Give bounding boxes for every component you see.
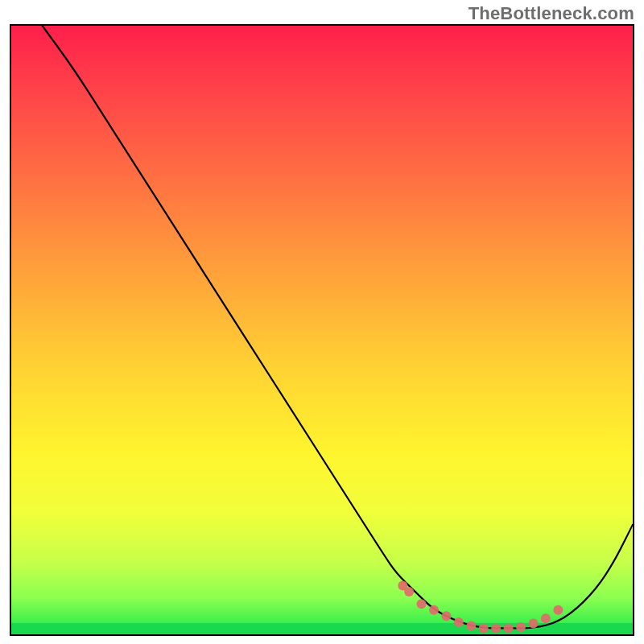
scatter-dot [491, 623, 501, 633]
scatter-dot [479, 623, 489, 633]
scatter-dot [541, 613, 551, 623]
scatter-dot [553, 605, 563, 615]
bottleneck-range-dots [398, 581, 563, 634]
scatter-dot [504, 623, 514, 633]
scatter-dot [466, 621, 476, 630]
scatter-dot [404, 587, 414, 597]
scatter-dot [441, 611, 451, 621]
plot-area [10, 24, 634, 636]
scatter-dot [529, 618, 539, 628]
scatter-dot [454, 617, 464, 627]
scatter-dot [516, 622, 526, 632]
chart-stage: TheBottleneck.com [0, 0, 644, 644]
scatter-dot [429, 605, 439, 615]
scatter-dot [417, 599, 427, 609]
bottleneck-curve [43, 26, 633, 628]
curve-layer [11, 26, 633, 634]
watermark-text: TheBottleneck.com [469, 3, 634, 24]
